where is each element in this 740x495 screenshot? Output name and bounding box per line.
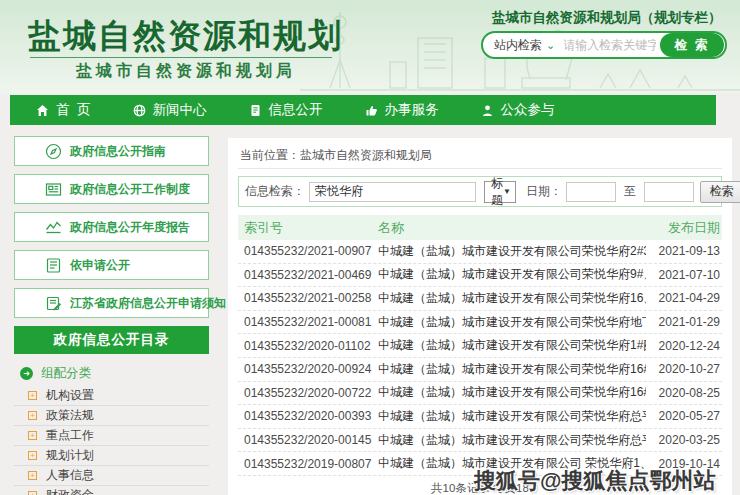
cell-document-name[interactable]: 中城建（盐城）城市建设开发有限公司荣悦华府总平方案调整批后公告: [378, 408, 646, 425]
cell-index-number: 014355232/2020-00393: [238, 409, 378, 423]
clipboard-icon: [45, 295, 62, 312]
expand-plus-icon: [28, 451, 37, 460]
table-header-row: 索引号 名称 发布日期: [238, 215, 722, 240]
sidebar-category-item[interactable]: 机构设置: [14, 386, 209, 406]
nav-services[interactable]: 办事服务: [365, 101, 439, 119]
nav-label: 新闻中心: [153, 101, 207, 119]
category-item-label: 政策法规: [46, 407, 94, 424]
chevron-down-icon: ⌄: [546, 41, 555, 49]
table-row[interactable]: 014355232/2021-00907 中城建（盐城）城市建设开发有限公司荣悦…: [238, 240, 722, 264]
cell-document-name[interactable]: 中城建（盐城）城市建设开发有限公司荣悦华府总平方案调整: [378, 432, 646, 449]
cell-document-name[interactable]: 中城建（盐城）城市建设开发有限公司荣悦华府9#、15#、19-20 ...: [378, 266, 646, 283]
site-search-bar: 站内检索 ⌄ 检 索: [481, 31, 727, 59]
nav-public-participation[interactable]: 公众参与: [481, 101, 555, 119]
table-row[interactable]: 014355232/2020-00145 中城建（盐城）城市建设开发有限公司荣悦…: [238, 429, 722, 453]
table-row[interactable]: 014355232/2020-00393 中城建（盐城）城市建设开发有限公司荣悦…: [238, 405, 722, 429]
person-icon: [481, 104, 494, 117]
thumbs-up-icon: [365, 104, 378, 117]
sidebar-category-group[interactable]: 组配分类: [14, 360, 209, 386]
sidebar-catalog-header[interactable]: 政府信息公开目录: [14, 326, 209, 354]
category-item-label: 机构设置: [46, 387, 94, 404]
sidebar-category-item[interactable]: 人事信息: [14, 466, 209, 486]
sidebar-link-label: 政府信息公开工作制度: [70, 181, 190, 198]
field-select[interactable]: 标题: [484, 181, 516, 203]
table-row[interactable]: 014355232/2020-00722 中城建（盐城）城市建设开发有限公司荣悦…: [238, 382, 722, 406]
nav-label: 首 页: [56, 101, 91, 119]
column-header-index: 索引号: [238, 219, 378, 237]
main-nav: 首 页 新闻中心 信息公开 办事服务 公众参与: [10, 95, 716, 125]
cell-document-name[interactable]: 中城建（盐城）城市建设开发有限公司荣悦华府地下车库二期工程A区-2 ...: [378, 314, 646, 331]
sidebar-category-item[interactable]: 政策法规: [14, 406, 209, 426]
cell-document-name[interactable]: 中城建（盐城）城市建设开发有限公司荣悦华府16#、17#、23#、 ...: [378, 361, 646, 378]
globe-icon: [133, 104, 146, 117]
sidebar-link-work-rules[interactable]: 政府信息公开工作制度: [14, 174, 209, 204]
site-search-input[interactable]: [559, 38, 660, 52]
site-banner: 盐城自然资源和规划 盐城市自然资源和规划局 盐城市自然资源和规划局（规划专栏） …: [0, 0, 740, 93]
cell-publish-date: 2021-07-10: [646, 268, 722, 282]
cell-publish-date: 2021-04-29: [646, 291, 722, 305]
cell-document-name[interactable]: 中城建（盐城）城市建设开发有限公司 荣悦华府1、8、9#配电房补发 ...: [378, 455, 646, 472]
nav-news-center[interactable]: 新闻中心: [133, 101, 207, 119]
cell-index-number: 014355232/2021-00907: [238, 244, 378, 258]
document-icon: [249, 104, 262, 117]
table-row[interactable]: 014355232/2021-00081 中城建（盐城）城市建设开发有限公司荣悦…: [238, 311, 722, 335]
search-scope-dropdown[interactable]: 站内检索 ⌄: [483, 37, 559, 54]
portal-title: 盐城市自然资源和规划局（规划专栏）: [492, 9, 722, 27]
cell-publish-date: 2020-05-27: [646, 409, 722, 423]
cell-index-number: 014355232/2021-00258: [238, 291, 378, 305]
field-select-value: 标题: [491, 175, 503, 209]
filter-bar: 信息检索： 标题 日期： 至 检索: [238, 176, 722, 207]
table-row[interactable]: 014355232/2021-00258 中城建（盐城）城市建设开发有限公司荣悦…: [238, 287, 722, 311]
sidebar-link-label: 政府信息公开年度报告: [70, 219, 190, 236]
search-scope-label: 站内检索: [494, 37, 542, 54]
sidebar-link-label: 江苏省政府信息公开申请须知: [70, 295, 226, 312]
filter-search-button[interactable]: 检索: [700, 181, 740, 203]
arrow-right-icon: [20, 367, 33, 380]
filter-label: 信息检索：: [245, 183, 305, 200]
cell-document-name[interactable]: 中城建（盐城）城市建设开发有限公司荣悦华府2#3#5#配电房、4# ...: [378, 243, 646, 260]
category-item-label: 规划计划: [46, 447, 94, 464]
table-row[interactable]: 014355232/2020-01102 中城建（盐城）城市建设开发有限公司荣悦…: [238, 334, 722, 358]
sidebar-category-item[interactable]: 规划计划: [14, 446, 209, 466]
table-row[interactable]: 014355232/2020-00924 中城建（盐城）城市建设开发有限公司荣悦…: [238, 358, 722, 382]
date-to-input[interactable]: [644, 182, 694, 202]
cell-index-number: 014355232/2020-00924: [238, 362, 378, 376]
sidebar: 政府信息公开指南 政府信息公开工作制度 政府信息公开年度报告 依申请公开 江苏省…: [14, 136, 209, 495]
date-to-label: 至: [624, 183, 636, 200]
keyword-input[interactable]: [309, 182, 476, 202]
site-title: 盐城自然资源和规划: [28, 14, 343, 59]
cell-document-name[interactable]: 中城建（盐城）城市建设开发有限公司荣悦华府1#配电室、8#配电室、 ...: [378, 337, 646, 354]
cell-publish-date: 2021-09-13: [646, 244, 722, 258]
sidebar-link-annual-report[interactable]: 政府信息公开年度报告: [14, 212, 209, 242]
nav-home[interactable]: 首 页: [36, 101, 91, 119]
sidebar-link-disclosure-guide[interactable]: 政府信息公开指南: [14, 136, 209, 166]
results-table: 索引号 名称 发布日期 014355232/2021-00907 中城建（盐城）…: [238, 215, 722, 476]
chart-icon: [45, 219, 62, 236]
cell-document-name[interactable]: 中城建（盐城）城市建设开发有限公司荣悦华府16#、17#、23#、 ...: [378, 384, 646, 401]
nav-info-disclosure[interactable]: 信息公开: [249, 101, 323, 119]
nav-label: 公众参与: [501, 101, 555, 119]
table-row[interactable]: 014355232/2019-00807 中城建（盐城）城市建设开发有限公司 荣…: [238, 452, 722, 476]
home-icon: [36, 104, 49, 117]
expand-plus-icon: [28, 391, 37, 400]
cell-publish-date: 2021-01-29: [646, 315, 722, 329]
cell-index-number: 014355232/2020-00722: [238, 386, 378, 400]
category-group-label: 组配分类: [41, 365, 91, 382]
site-search-button[interactable]: 检 索: [660, 33, 724, 57]
table-row[interactable]: 014355232/2021-00469 中城建（盐城）城市建设开发有限公司荣悦…: [238, 264, 722, 288]
cell-publish-date: 2020-10-27: [646, 362, 722, 376]
nav-label: 信息公开: [269, 101, 323, 119]
sidebar-category-item[interactable]: 财政资金: [14, 486, 209, 495]
cell-document-name[interactable]: 中城建（盐城）城市建设开发有限公司荣悦华府16、17、23、29、 ...: [378, 290, 646, 307]
date-from-input[interactable]: [566, 182, 616, 202]
expand-plus-icon: [28, 491, 37, 495]
sidebar-category-item[interactable]: 重点工作: [14, 426, 209, 446]
table-body: 014355232/2021-00907 中城建（盐城）城市建设开发有限公司荣悦…: [238, 240, 722, 476]
sidebar-link-jiangsu-notice[interactable]: 江苏省政府信息公开申请须知: [14, 288, 209, 318]
newspaper-icon: [45, 181, 62, 198]
sidebar-category-list: 机构设置 政策法规 重点工作 规划计划: [14, 386, 209, 495]
book-icon: [45, 257, 62, 274]
cell-publish-date: 2020-12-24: [646, 339, 722, 353]
category-item-label: 重点工作: [46, 427, 94, 444]
sidebar-link-apply-disclosure[interactable]: 依申请公开: [14, 250, 209, 280]
